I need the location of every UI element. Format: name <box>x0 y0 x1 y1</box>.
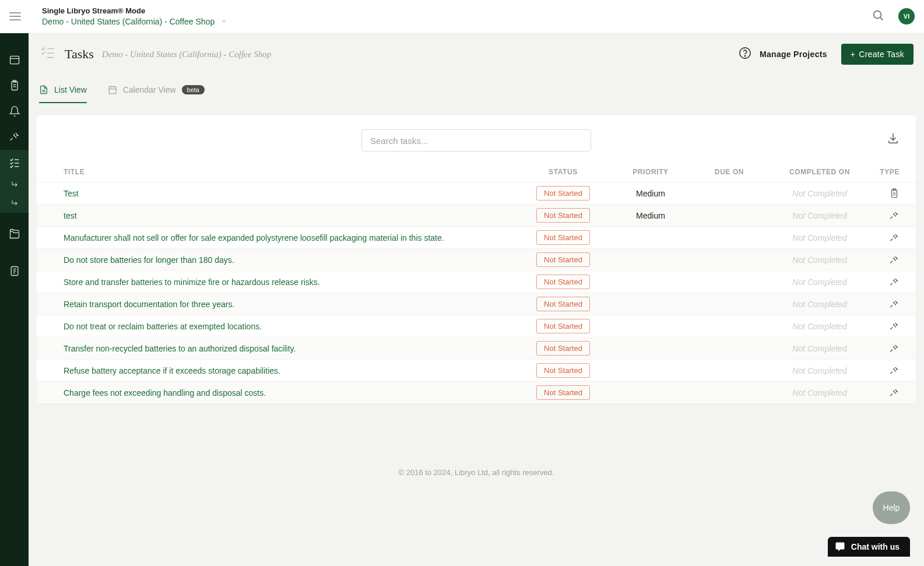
task-title[interactable]: Store and transfer batteries to minimize… <box>64 272 519 293</box>
task-title[interactable]: Do not treat or reclaim batteries at exe… <box>64 316 519 337</box>
task-status: Not Started <box>519 275 607 289</box>
table-row[interactable]: Charge fees not exceeding handling and d… <box>37 382 916 404</box>
task-completed: Not Completed <box>764 388 875 398</box>
search-input[interactable] <box>361 129 591 152</box>
task-type-icon <box>875 255 916 265</box>
chat-widget[interactable]: Chat with us <box>828 537 910 557</box>
task-title[interactable]: Transfer non-recycled batteries to an au… <box>64 338 519 359</box>
manage-projects-link[interactable]: Manage Projects <box>760 50 827 59</box>
table-row[interactable]: Retain transport documentation for three… <box>37 293 916 315</box>
task-type-icon <box>875 188 916 199</box>
task-completed: Not Completed <box>764 277 875 287</box>
tab-calendar-view[interactable]: Calendar View beta <box>108 79 205 103</box>
help-icon[interactable] <box>739 47 751 62</box>
svg-point-0 <box>874 11 881 19</box>
task-completed: Not Completed <box>764 366 875 375</box>
context-text: Demo - United States (California) - Coff… <box>42 17 215 26</box>
sidebar-item-notifications[interactable] <box>0 99 29 124</box>
main-content: Tasks Demo - United States (California) … <box>29 33 924 566</box>
sidebar-item-reports[interactable] <box>0 258 29 284</box>
task-status: Not Started <box>519 363 607 378</box>
sidebar-item-tasks[interactable] <box>0 150 29 175</box>
th-title[interactable]: TITLE <box>64 168 519 176</box>
task-status: Not Started <box>519 385 607 400</box>
download-icon[interactable] <box>887 132 900 147</box>
task-type-icon <box>875 210 916 221</box>
task-completed: Not Completed <box>764 189 875 198</box>
sidebar-item-documents[interactable] <box>0 221 29 247</box>
tab-list-view[interactable]: List View <box>39 79 87 103</box>
th-type[interactable]: TYPE <box>875 168 916 176</box>
plus-icon: + <box>851 50 855 58</box>
th-completed-on[interactable]: COMPLETED ON <box>764 168 875 176</box>
table-row[interactable]: Manufacturer shall not sell or offer for… <box>37 227 916 249</box>
task-title[interactable]: Test <box>64 183 519 204</box>
th-priority[interactable]: PRIORITY <box>607 168 694 176</box>
task-title[interactable]: test <box>64 205 519 226</box>
table-row[interactable]: Transfer non-recycled batteries to an au… <box>37 338 916 360</box>
sidebar-item-dashboard[interactable] <box>0 47 29 73</box>
task-type-icon <box>875 277 916 287</box>
task-title[interactable]: Do not store batteries for longer than 1… <box>64 249 519 270</box>
table-row[interactable]: TestNot StartedMediumNot Completed <box>37 182 916 205</box>
page-header: Tasks Demo - United States (California) … <box>37 44 916 69</box>
task-status: Not Started <box>519 230 607 245</box>
task-status: Not Started <box>519 186 607 201</box>
task-priority: Medium <box>607 189 694 198</box>
table-row[interactable]: Do not treat or reclaim batteries at exe… <box>37 315 916 338</box>
task-completed: Not Completed <box>764 300 875 309</box>
svg-rect-23 <box>109 87 116 94</box>
sidebar-item-legal[interactable] <box>0 124 29 150</box>
page-subtitle: Demo - United States (California) - Coff… <box>102 50 271 59</box>
task-type-icon <box>875 321 916 332</box>
task-title[interactable]: Retain transport documentation for three… <box>64 294 519 315</box>
task-title[interactable]: Refuse battery acceptance if it exceeds … <box>64 360 519 381</box>
chevron-down-icon <box>220 16 227 27</box>
tasks-card: TITLE STATUS PRIORITY DUE ON COMPLETED O… <box>37 115 916 404</box>
topbar: Single Libryo Stream® Mode Demo - United… <box>0 0 924 33</box>
svg-line-1 <box>880 17 883 20</box>
task-priority: Medium <box>607 211 694 220</box>
sidebar-item-assessments[interactable] <box>0 73 29 99</box>
context-selector[interactable]: Demo - United States (California) - Coff… <box>42 16 227 27</box>
topbar-titles: Single Libryo Stream® Mode Demo - United… <box>42 6 227 27</box>
task-completed: Not Completed <box>764 344 875 353</box>
menu-toggle-icon[interactable] <box>9 12 21 20</box>
search-icon[interactable] <box>872 9 884 24</box>
sidebar-item-subtask-2[interactable] <box>0 194 29 213</box>
task-completed: Not Completed <box>764 211 875 220</box>
th-due-on[interactable]: DUE ON <box>694 168 764 176</box>
task-status: Not Started <box>519 297 607 311</box>
task-status: Not Started <box>519 319 607 333</box>
table-row[interactable]: Do not store batteries for longer than 1… <box>37 249 916 271</box>
view-tabs: List View Calendar View beta <box>37 79 916 104</box>
page-title: Tasks <box>65 47 94 62</box>
mode-title: Single Libryo Stream® Mode <box>42 6 227 15</box>
help-fab[interactable]: Help <box>873 491 910 524</box>
tasks-table: TITLE STATUS PRIORITY DUE ON COMPLETED O… <box>37 162 916 404</box>
table-row[interactable]: Store and transfer batteries to minimize… <box>37 271 916 293</box>
create-task-button[interactable]: + Create Task <box>841 44 914 65</box>
tasks-icon <box>39 45 57 63</box>
avatar[interactable]: VI <box>898 8 915 24</box>
task-title[interactable]: Manufacturer shall not sell or offer for… <box>64 227 519 248</box>
task-title[interactable]: Charge fees not exceeding handling and d… <box>64 382 519 403</box>
chat-label: Chat with us <box>851 542 900 551</box>
svg-rect-2 <box>10 56 19 64</box>
task-status: Not Started <box>519 208 607 223</box>
task-completed: Not Completed <box>764 322 875 331</box>
table-row[interactable]: testNot StartedMediumNot Completed <box>37 205 916 227</box>
tab-calendar-label: Calendar View <box>123 85 176 94</box>
task-type-icon <box>875 233 916 243</box>
task-type-icon <box>875 388 916 398</box>
svg-point-20 <box>744 55 745 56</box>
create-task-label: Create Task <box>859 50 904 59</box>
sidebar-item-subtask-1[interactable] <box>0 175 29 194</box>
table-row[interactable]: Refuse battery acceptance if it exceeds … <box>37 360 916 382</box>
th-status[interactable]: STATUS <box>519 168 607 176</box>
task-completed: Not Completed <box>764 233 875 242</box>
task-status: Not Started <box>519 341 607 356</box>
task-type-icon <box>875 343 916 354</box>
task-type-icon <box>875 365 916 376</box>
sidebar <box>0 33 29 566</box>
